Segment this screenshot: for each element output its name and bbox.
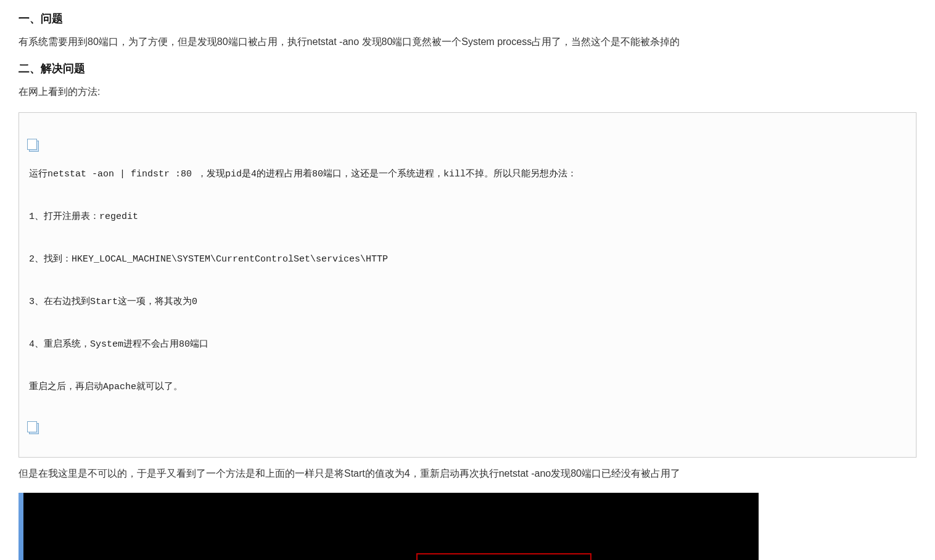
paragraph-problem: 有系统需要用到80端口，为了方便，但是发现80端口被占用，执行netstat -… [19, 33, 916, 50]
window-strip [19, 493, 23, 560]
code-block: 运行netstat -aon | findstr :80 ，发现pid是4的进程… [19, 112, 916, 458]
code-line: 1、打开注册表：regedit [29, 207, 906, 228]
heading-solution: 二、解决问题 [19, 61, 916, 76]
heading-problem: 一、问题 [19, 11, 916, 26]
copy-icon[interactable] [29, 423, 39, 434]
paragraph-method-intro: 在网上看到的方法: [19, 83, 916, 100]
code-line: 运行netstat -aon | findstr :80 ，发现pid是4的进程… [29, 164, 906, 186]
copy-icon[interactable] [29, 141, 39, 152]
code-line: 3、在右边找到Start这一项，将其改为0 [29, 292, 906, 313]
paragraph-result: 但是在我这里是不可以的，于是乎又看到了一个方法是和上面的一样只是将Start的值… [19, 465, 916, 482]
code-line: 4、重启系统，System进程不会占用80端口 [29, 334, 906, 356]
terminal-window: 有C:\WINDOWS\system32>netstat -ano 把 :( 活… [19, 493, 759, 560]
code-line: 2、找到：HKEY_LOCAL_MACHINE\SYSTEM\CurrentCo… [29, 249, 906, 271]
code-line: 重启之后，再启动Apache就可以了。 [29, 377, 906, 398]
